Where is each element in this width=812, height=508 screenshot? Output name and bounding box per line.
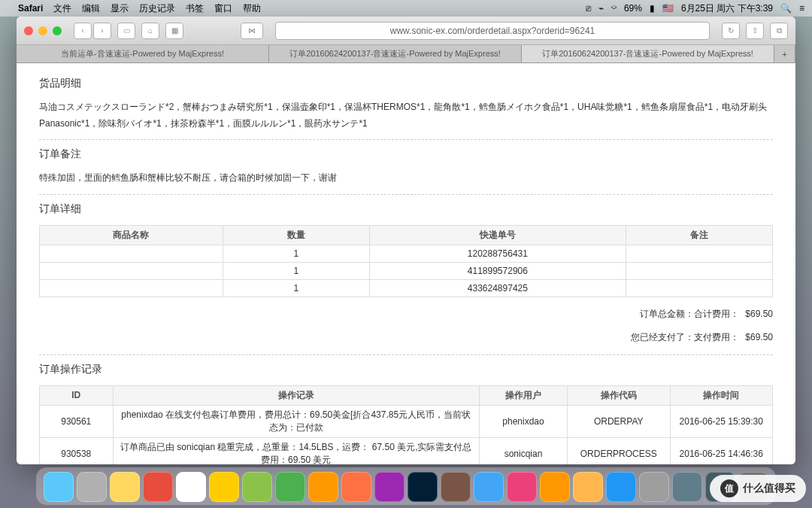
- dock-app-6[interactable]: [242, 472, 272, 502]
- tabs-button[interactable]: ⧉: [770, 23, 788, 39]
- table-header-row: 商品名称 数量 快递单号 备注: [40, 225, 773, 245]
- dock-app-11[interactable]: [408, 472, 438, 502]
- dock-app-4[interactable]: [176, 472, 206, 502]
- dock-app-1[interactable]: [77, 472, 107, 502]
- detail-heading: 订单详细: [39, 202, 773, 219]
- dock-app-2[interactable]: [110, 472, 140, 502]
- order-paid: 您已经支付了：支付费用：$69.50: [39, 331, 773, 344]
- new-tab-button[interactable]: +: [774, 45, 795, 62]
- tab-1[interactable]: 订单20160624200137-音速速运-Powered by MajExpr…: [269, 45, 522, 62]
- macos-menubar: Safari 文件 编辑 显示 历史记录 书签 窗口 帮助 ⎚ ⌁ ⌔ 69% …: [0, 0, 812, 17]
- home-button[interactable]: ⌂: [141, 23, 159, 39]
- dock-app-12[interactable]: [441, 472, 471, 502]
- macos-dock: [36, 467, 776, 505]
- dock-app-0[interactable]: [44, 472, 74, 502]
- dock-app-8[interactable]: [308, 472, 338, 502]
- table-header-row: ID 操作记录 操作用户 操作代码 操作时间: [40, 385, 773, 405]
- spotlight-icon[interactable]: 🔍: [780, 3, 792, 14]
- separator: [39, 139, 773, 140]
- tab-2[interactable]: 订单20160624200137-音速速运-Powered by MajExpr…: [522, 45, 774, 62]
- dock-app-10[interactable]: [374, 472, 404, 502]
- menu-view[interactable]: 显示: [111, 2, 129, 15]
- remark-text: 特殊加固，里面的鳕鱼肠和蟹棒比较不耐压，请合箱的时候加固一下，谢谢: [39, 170, 773, 187]
- dock-app-19[interactable]: [672, 472, 702, 502]
- watermark-badge: 值: [720, 479, 738, 497]
- items-heading: 货品明细: [39, 77, 773, 93]
- dock-app-9[interactable]: [341, 472, 371, 502]
- menu-history[interactable]: 历史记录: [139, 2, 175, 15]
- minimize-button[interactable]: [38, 26, 47, 35]
- watermark-text: 什么值得买: [743, 482, 795, 495]
- share-button[interactable]: ⇧: [746, 23, 764, 39]
- dock-app-17[interactable]: [606, 472, 636, 502]
- dock-app-14[interactable]: [507, 472, 537, 502]
- table-row: 1120288756431: [40, 245, 773, 262]
- dock-app-18[interactable]: [639, 472, 669, 502]
- dock-app-13[interactable]: [474, 472, 504, 502]
- back-button[interactable]: ‹: [74, 23, 92, 39]
- titlebar: ‹ › ▭ ⌂ ▦ ⋈ www.sonic-ex.com/orderdetail…: [17, 17, 795, 45]
- dock-app-5[interactable]: [209, 472, 239, 502]
- separator: [39, 354, 773, 355]
- 1password-icon[interactable]: ⋈: [241, 23, 263, 39]
- log-heading: 订单操作记录: [39, 363, 773, 379]
- table-row: 1411899572906: [40, 262, 773, 279]
- menu-window[interactable]: 窗口: [214, 2, 232, 15]
- reload-button[interactable]: ↻: [722, 23, 740, 39]
- menu-bookmarks[interactable]: 书签: [186, 2, 204, 15]
- tab-bar: 当前运单-音速速运-Powered by MajExpress! 订单20160…: [17, 45, 795, 63]
- clock[interactable]: 6月25日 周六 下午3:39: [681, 2, 773, 15]
- menu-help[interactable]: 帮助: [243, 2, 261, 15]
- dock-app-3[interactable]: [143, 472, 173, 502]
- top-sites-button[interactable]: ▦: [165, 23, 183, 39]
- battery-icon: ▮: [650, 3, 655, 14]
- menu-edit[interactable]: 编辑: [82, 2, 100, 15]
- battery-status[interactable]: 69%: [624, 3, 642, 14]
- traffic-lights: [24, 26, 62, 35]
- safari-window: ‹ › ▭ ⌂ ▦ ⋈ www.sonic-ex.com/orderdetail…: [17, 17, 795, 464]
- forward-button[interactable]: ›: [93, 23, 111, 39]
- menu-icon[interactable]: ≡: [799, 3, 804, 14]
- dock-app-16[interactable]: [573, 472, 603, 502]
- log-table: ID 操作记录 操作用户 操作代码 操作时间 930561phenixdao 在…: [39, 385, 773, 464]
- input-flag[interactable]: 🇺🇸: [662, 3, 674, 14]
- order-total: 订单总金额：合计费用：$69.50: [39, 308, 773, 321]
- sidebar-button[interactable]: ▭: [117, 23, 135, 39]
- tab-0[interactable]: 当前运单-音速速运-Powered by MajExpress!: [17, 45, 269, 62]
- url-text: www.sonic-ex.com/orderdetail.aspx?orderi…: [390, 26, 595, 36]
- menu-file[interactable]: 文件: [53, 2, 71, 15]
- remark-heading: 订单备注: [39, 148, 773, 164]
- page-content: 货品明细 马油コスメテックスローランド*2，蟹棒おつまみ研究所*1，保温壶象印*…: [17, 63, 795, 464]
- zoom-button[interactable]: [53, 26, 62, 35]
- items-text: 马油コスメテックスローランド*2，蟹棒おつまみ研究所*1，保温壶象印*1，保温杯…: [39, 99, 773, 132]
- close-button[interactable]: [24, 26, 33, 35]
- table-row: 930561phenixdao 在线支付包裹订单费用，费用总计：69.50美金[…: [40, 405, 773, 437]
- airplay-icon[interactable]: ⎚: [586, 3, 591, 14]
- dock-app-15[interactable]: [540, 472, 570, 502]
- bluetooth-icon[interactable]: ⌁: [598, 3, 604, 14]
- wifi-icon[interactable]: ⌔: [611, 3, 617, 14]
- app-name[interactable]: Safari: [18, 3, 43, 14]
- detail-table: 商品名称 数量 快递单号 备注 1120288756431 1411899572…: [39, 225, 773, 297]
- table-row: 1433624897425: [40, 279, 773, 297]
- separator: [39, 194, 773, 195]
- dock-app-7[interactable]: [275, 472, 305, 502]
- table-row: 930538订单商品已由 sonicqian 稳重完成，总重量：14.5LBS，…: [40, 437, 773, 464]
- watermark: 值 什么值得买: [710, 475, 806, 502]
- address-bar[interactable]: www.sonic-ex.com/orderdetail.aspx?orderi…: [275, 22, 710, 40]
